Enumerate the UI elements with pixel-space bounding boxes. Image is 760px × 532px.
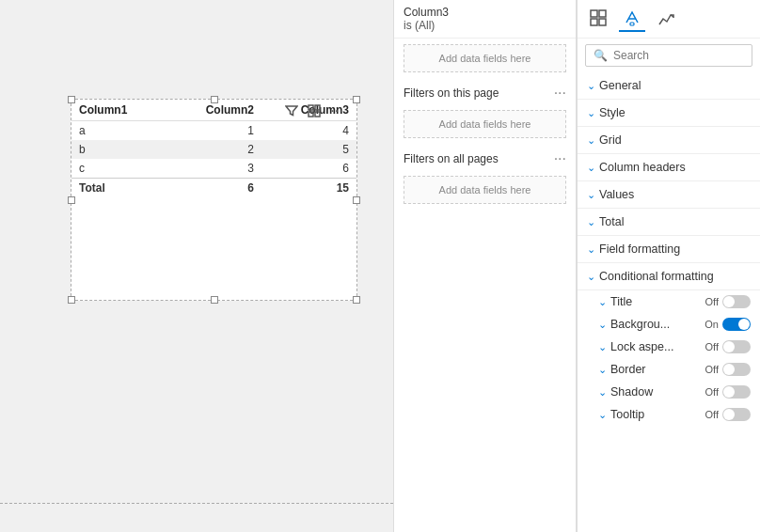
border-toggle-knob	[723, 364, 735, 375]
lock-aspect-toggle[interactable]	[722, 340, 751, 353]
conditional-formatting-header[interactable]: ⌄ Conditional formatting	[578, 263, 760, 289]
general-header[interactable]: ⌄ General	[578, 72, 760, 99]
border-label: Border	[610, 363, 646, 376]
more-options-icon[interactable]: ···	[327, 102, 346, 120]
filter-col3-name: Column3	[404, 6, 566, 19]
svg-rect-7	[599, 19, 606, 25]
conditional-formatting-label: Conditional formatting	[599, 270, 714, 283]
lock-aspect-label: Lock aspe...	[610, 340, 673, 353]
total-chevron: ⌄	[587, 216, 595, 228]
row-a-col2: 1	[166, 121, 261, 141]
visual-container: Column1 Column2 Column3 a 1 4 b 2 5 c	[71, 99, 357, 301]
resize-handle-tm[interactable]	[211, 96, 218, 103]
resize-handle-tr[interactable]	[353, 96, 360, 103]
lock-aspect-toggle-container: Off	[705, 340, 751, 353]
lock-aspect-toggle-state: Off	[705, 341, 719, 352]
total-label: Total	[71, 179, 166, 198]
shadow-toggle[interactable]	[722, 385, 751, 399]
filter-item-column3[interactable]: Column3 is (All)	[394, 0, 576, 39]
filters-on-all-label: Filters on all pages	[404, 152, 499, 165]
col1-header: Column1	[71, 100, 166, 121]
grid-chevron: ⌄	[587, 134, 595, 147]
field-formatting-header[interactable]: ⌄ Field formatting	[578, 236, 760, 262]
border-toggle-container: Off	[705, 363, 751, 376]
format-tab-grid[interactable]	[585, 6, 611, 32]
focus-icon[interactable]	[305, 102, 324, 120]
row-a-col3: 4	[261, 121, 356, 141]
resize-handle-bl[interactable]	[68, 296, 75, 304]
svg-rect-4	[591, 10, 597, 17]
shadow-chevron: ⌄	[598, 386, 607, 399]
grid-label: Grid	[599, 133, 622, 147]
add-fields-top[interactable]: Add data fields here	[404, 44, 566, 72]
shadow-toggle-header[interactable]: ⌄ Shadow	[598, 385, 653, 399]
tooltip-toggle-knob	[723, 409, 735, 420]
values-header[interactable]: ⌄ Values	[578, 181, 760, 208]
table-row: a 1 4	[71, 121, 356, 141]
format-tabs	[578, 0, 760, 39]
background-toggle[interactable]	[722, 318, 751, 331]
border-toggle-header[interactable]: ⌄ Border	[598, 363, 646, 376]
title-toggle-container: Off	[705, 295, 751, 308]
resize-handle-mr[interactable]	[353, 196, 360, 204]
add-fields-all[interactable]: Add data fields here	[404, 176, 566, 204]
resize-handle-tl[interactable]	[68, 96, 75, 103]
style-chevron: ⌄	[587, 107, 595, 119]
resize-handle-bm[interactable]	[211, 296, 218, 304]
svg-rect-8	[630, 23, 634, 25]
search-icon: 🔍	[594, 49, 608, 62]
canvas-area: ··· Column1 Column2 Column3 a 1	[0, 0, 393, 532]
section-grid: ⌄ Grid	[578, 127, 760, 154]
table-row: b 2 5	[71, 140, 356, 159]
tooltip-toggle[interactable]	[722, 408, 751, 421]
total-header[interactable]: ⌄ Total	[578, 209, 760, 235]
column-headers-chevron: ⌄	[587, 162, 595, 174]
filters-on-all-more[interactable]: ···	[554, 151, 566, 166]
lock-aspect-toggle-header[interactable]: ⌄ Lock aspe...	[598, 340, 673, 353]
resize-handle-ml[interactable]	[68, 196, 75, 204]
toggle-row-title: ⌄ Title Off	[578, 290, 760, 313]
background-chevron: ⌄	[598, 319, 607, 331]
resize-handle-br[interactable]	[353, 296, 360, 304]
add-fields-page[interactable]: Add data fields here	[404, 110, 566, 138]
values-label: Values	[599, 188, 634, 201]
values-chevron: ⌄	[587, 189, 595, 201]
svg-rect-5	[599, 10, 606, 17]
format-tab-analytics[interactable]	[653, 6, 679, 32]
shadow-toggle-knob	[723, 386, 735, 398]
title-toggle-knob	[723, 296, 735, 307]
background-toggle-header[interactable]: ⌄ Backgrou...	[598, 318, 670, 331]
column-headers-header[interactable]: ⌄ Column headers	[578, 154, 760, 180]
format-tab-paint[interactable]	[619, 6, 645, 32]
filters-on-page-more[interactable]: ···	[554, 86, 566, 101]
section-column-headers: ⌄ Column headers	[578, 154, 760, 181]
filter-icon[interactable]	[282, 102, 301, 120]
tooltip-chevron: ⌄	[598, 409, 607, 421]
search-box[interactable]: 🔍	[585, 44, 752, 67]
filters-on-page-header: Filters on this page ···	[394, 78, 576, 104]
section-total: ⌄ Total	[578, 209, 760, 236]
section-general: ⌄ General	[578, 72, 760, 100]
background-toggle-state: On	[705, 319, 719, 330]
title-toggle[interactable]	[722, 295, 751, 308]
border-toggle[interactable]	[722, 363, 751, 376]
tooltip-toggle-header[interactable]: ⌄ Tooltip	[598, 408, 644, 421]
total-col2: 6	[166, 179, 261, 198]
general-label: General	[599, 79, 641, 92]
grid-header[interactable]: ⌄ Grid	[578, 127, 760, 153]
format-panel: 🔍 ⌄ General ⌄ Style ⌄ Grid ⌄ Column head…	[577, 0, 760, 532]
bottom-separator	[0, 503, 393, 504]
svg-rect-1	[315, 105, 320, 110]
title-label: Title	[610, 295, 632, 308]
table-row: c 3 6	[71, 159, 356, 179]
shadow-toggle-state: Off	[705, 386, 719, 398]
row-c-col3: 6	[261, 159, 356, 179]
conditional-formatting-chevron: ⌄	[587, 271, 595, 283]
search-input[interactable]	[613, 49, 744, 62]
lock-aspect-toggle-knob	[723, 341, 735, 352]
style-header[interactable]: ⌄ Style	[578, 100, 760, 126]
total-row: Total 6 15	[71, 179, 356, 198]
svg-rect-2	[309, 112, 313, 117]
shadow-label: Shadow	[610, 385, 653, 399]
title-toggle-header[interactable]: ⌄ Title	[598, 295, 632, 308]
